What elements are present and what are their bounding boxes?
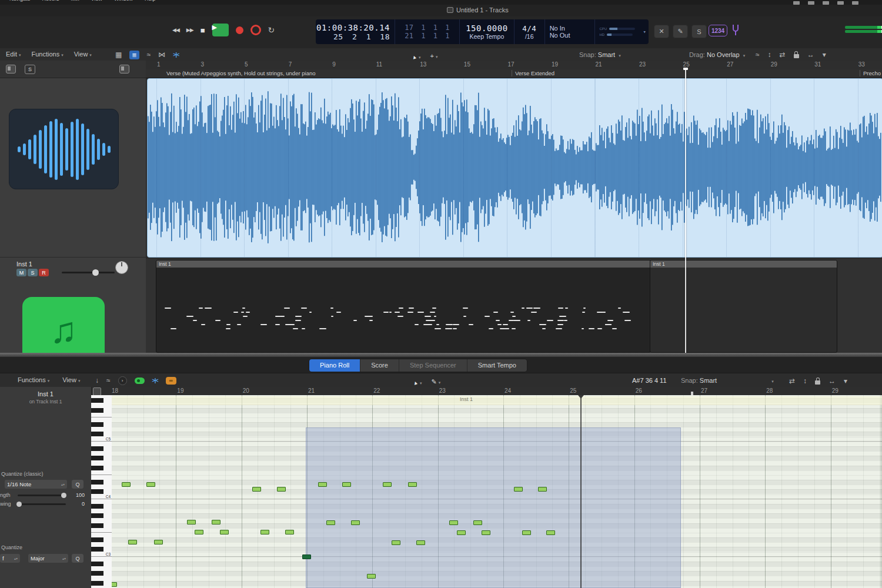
pr-snap-mode-control[interactable]: Snap: Smart ▾ — [681, 377, 774, 384]
midi-note[interactable] — [326, 520, 335, 525]
menu-view[interactable]: View▾ — [62, 376, 80, 383]
piano-key[interactable]: C5 — [91, 437, 112, 442]
pencil-icon-button[interactable]: ✎ — [673, 25, 688, 38]
selection-overlay[interactable] — [306, 427, 681, 588]
loop-icon[interactable]: ∞ — [166, 377, 176, 385]
window-splitter[interactable] — [0, 353, 882, 357]
lcd-left-locator[interactable]: 17 1 1 1 — [405, 24, 450, 32]
midi-note[interactable] — [457, 530, 466, 535]
lock-icon[interactable] — [794, 54, 799, 58]
midi-note[interactable] — [351, 520, 360, 525]
pencil-tool[interactable]: +▾ — [430, 52, 437, 59]
cycle-button[interactable]: ↻ — [268, 24, 275, 36]
piano-roll-grid[interactable]: Inst 1 — [112, 395, 882, 588]
lcd-tempo[interactable]: 150.0000 — [466, 24, 507, 33]
menubar-item[interactable]: Window — [114, 0, 133, 2]
tab-smart-tempo[interactable]: Smart Tempo — [467, 359, 527, 372]
midi-note[interactable] — [449, 520, 458, 525]
piano-key[interactable] — [91, 485, 112, 489]
midi-note[interactable] — [285, 530, 294, 534]
midi-note[interactable] — [416, 540, 425, 545]
mute-button[interactable]: M — [16, 269, 26, 276]
scale-quantize-apply-button[interactable]: Q — [72, 554, 83, 563]
scale-root-dropdown[interactable]: f▴▾ — [0, 554, 20, 563]
tracks-ruler[interactable]: 13579111315171921232527293133 — [146, 61, 882, 69]
lcd-bars-position[interactable]: 25 2 1 18 — [333, 32, 390, 41]
scale-type-dropdown[interactable]: Major▴▾ — [28, 554, 68, 563]
swing-slider[interactable] — [18, 503, 66, 505]
pointer-tool[interactable]: ▲▾ — [413, 376, 422, 387]
midi-note[interactable] — [302, 554, 311, 559]
auto-zoom-icon[interactable]: ↔ — [828, 376, 836, 386]
global-solo-button[interactable]: S — [25, 65, 35, 74]
piano-key[interactable]: C4 — [91, 495, 112, 499]
pan-knob[interactable] — [115, 261, 128, 274]
piano-key[interactable] — [91, 442, 112, 446]
snap-pianoroll-icon[interactable]: >|< — [152, 376, 158, 385]
piano-key[interactable] — [91, 480, 112, 485]
midi-note[interactable] — [318, 482, 327, 487]
lcd-display[interactable]: 01:00:38:20.14 25 2 1 18 17 1 1 1 21 1 1… — [316, 19, 649, 44]
piano-key[interactable] — [91, 460, 112, 465]
piano-key[interactable] — [91, 451, 112, 456]
count-in-badge[interactable]: 1234 — [709, 25, 727, 36]
piano-key[interactable] — [91, 475, 112, 480]
track-header-panel-icon[interactable] — [6, 65, 16, 74]
menubar-item[interactable]: Help — [145, 0, 156, 2]
menubar-item[interactable]: Mix — [71, 0, 79, 2]
audio-track-icon[interactable] — [9, 109, 119, 189]
horizontal-zoom-icon[interactable]: ⇄ — [789, 376, 795, 386]
piano-key[interactable] — [91, 571, 112, 576]
piano-key[interactable] — [91, 533, 112, 537]
midi-note[interactable] — [408, 482, 417, 487]
midi-note[interactable] — [482, 530, 490, 535]
midi-note[interactable] — [195, 530, 203, 534]
solo-mode-button[interactable]: S — [691, 25, 707, 38]
piano-key[interactable] — [91, 470, 112, 475]
piano-key[interactable] — [91, 413, 112, 417]
menu-view[interactable]: View▾ — [74, 51, 92, 58]
collapse-icon[interactable]: ▾ — [823, 50, 826, 59]
midi-note[interactable] — [538, 487, 547, 492]
snap-to-grid-icon[interactable]: >|< — [173, 50, 179, 59]
menubar-item[interactable]: View — [91, 0, 102, 2]
collapse-icon[interactable]: ▾ — [844, 376, 847, 386]
auto-track-zoom-icon[interactable]: ↔ — [807, 50, 814, 59]
piano-key[interactable] — [91, 398, 112, 403]
piano-key[interactable] — [91, 422, 112, 427]
automation-icon[interactable]: ≈ — [147, 50, 151, 59]
piano-key[interactable] — [91, 403, 112, 407]
piano-key[interactable] — [91, 523, 112, 528]
grid-view-icon[interactable]: ▦ — [115, 50, 122, 59]
piano-key[interactable] — [91, 509, 112, 513]
capture-record-button[interactable] — [250, 25, 261, 35]
menubar-item[interactable]: Record — [42, 0, 59, 2]
catch-playhead-icon[interactable]: ↓ — [95, 376, 99, 385]
drag-mode-control[interactable]: Drag: No Overlap ▾ — [689, 51, 745, 58]
midi-note[interactable] — [212, 520, 220, 524]
piano-key[interactable] — [91, 427, 112, 432]
rewind-button[interactable]: ◀◀ — [172, 24, 179, 36]
piano-key[interactable] — [91, 456, 112, 460]
menu-edit[interactable]: Edit▾ — [6, 51, 21, 58]
midi-note[interactable] — [546, 530, 555, 535]
horizontal-zoom-icon[interactable]: ⇄ — [780, 50, 786, 59]
pointer-tool[interactable]: ▲▾ — [412, 51, 420, 61]
menu-functions[interactable]: Functions▾ — [18, 376, 49, 383]
midi-in-icon[interactable]: › — [118, 376, 127, 385]
menubar-item[interactable]: Navigate — [9, 0, 31, 2]
link-icon[interactable] — [93, 387, 101, 396]
piano-key[interactable] — [91, 518, 112, 523]
piano-key[interactable] — [91, 417, 112, 422]
piano-key[interactable] — [91, 489, 112, 494]
midi-note[interactable] — [514, 487, 523, 492]
piano-roll-ruler[interactable]: 181920212223242526272829 — [112, 387, 882, 396]
stop-button[interactable]: ■ — [201, 24, 205, 36]
marker-lane[interactable]: Verse (Muted Arpeggios synth, Hold out s… — [146, 69, 882, 78]
midi-region[interactable]: Inst 1 — [156, 260, 651, 353]
pr-playhead[interactable] — [580, 395, 582, 588]
tab-step-sequencer[interactable]: Step Sequencer — [399, 359, 467, 372]
header-options-icon[interactable] — [119, 65, 129, 74]
piano-key[interactable] — [91, 432, 112, 436]
midi-note[interactable] — [473, 520, 482, 525]
